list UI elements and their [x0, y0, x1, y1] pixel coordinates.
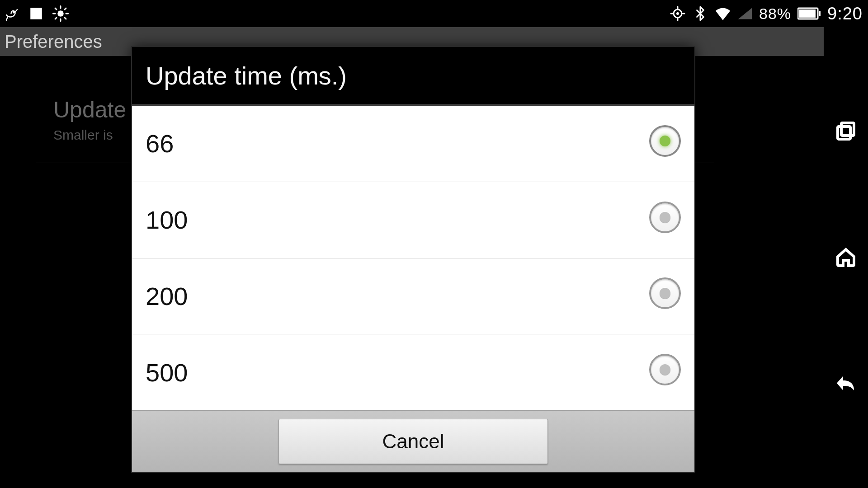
system-nav-bar — [824, 27, 868, 488]
battery-percentage: 88% — [759, 5, 791, 23]
bluetooth-icon — [692, 5, 708, 22]
status-bar-right: 88% 9:20 — [670, 4, 863, 23]
option-row-100[interactable]: 100 — [132, 182, 694, 258]
chameleon-icon — [4, 5, 20, 22]
option-row-500[interactable]: 500 — [132, 334, 694, 410]
location-crosshair-icon — [670, 5, 686, 22]
recent-apps-button[interactable] — [835, 121, 857, 143]
radio-icon — [649, 125, 681, 157]
cell-signal-icon — [737, 7, 753, 20]
svg-rect-18 — [819, 11, 821, 16]
option-label: 200 — [146, 282, 649, 311]
option-label: 66 — [146, 129, 649, 158]
status-bar-left — [4, 5, 69, 22]
cancel-button[interactable]: Cancel — [278, 419, 548, 464]
radio-icon — [649, 354, 681, 385]
dialog-title: Update time (ms.) — [132, 47, 694, 106]
stop-square-icon — [28, 5, 44, 22]
radio-icon — [649, 277, 681, 309]
app-header-title: Preferences — [5, 32, 102, 52]
battery-icon — [797, 7, 821, 20]
svg-line-10 — [65, 8, 66, 9]
option-label: 500 — [146, 358, 649, 387]
status-bar: 88% 9:20 — [0, 0, 868, 27]
svg-line-9 — [55, 18, 57, 19]
svg-point-2 — [58, 11, 63, 16]
option-label: 100 — [146, 205, 649, 235]
option-row-200[interactable]: 200 — [132, 258, 694, 335]
svg-point-12 — [677, 13, 679, 15]
svg-rect-20 — [838, 127, 850, 139]
svg-rect-21 — [841, 123, 854, 136]
dialog-option-list: 66 100 200 500 — [132, 106, 694, 410]
home-button[interactable] — [835, 247, 857, 268]
back-button[interactable] — [835, 372, 857, 394]
dialog-footer: Cancel — [132, 410, 694, 472]
svg-point-0 — [13, 11, 15, 13]
status-clock: 9:20 — [827, 4, 863, 23]
svg-rect-1 — [31, 8, 42, 19]
update-time-dialog: Update time (ms.) 66 100 200 500 Cancel — [132, 47, 694, 472]
radio-icon — [649, 202, 681, 233]
svg-line-8 — [65, 18, 66, 19]
wifi-icon — [715, 5, 731, 22]
option-row-66[interactable]: 66 — [132, 106, 694, 182]
brightness-icon — [52, 5, 69, 22]
svg-line-7 — [55, 8, 57, 9]
svg-rect-19 — [799, 9, 816, 18]
